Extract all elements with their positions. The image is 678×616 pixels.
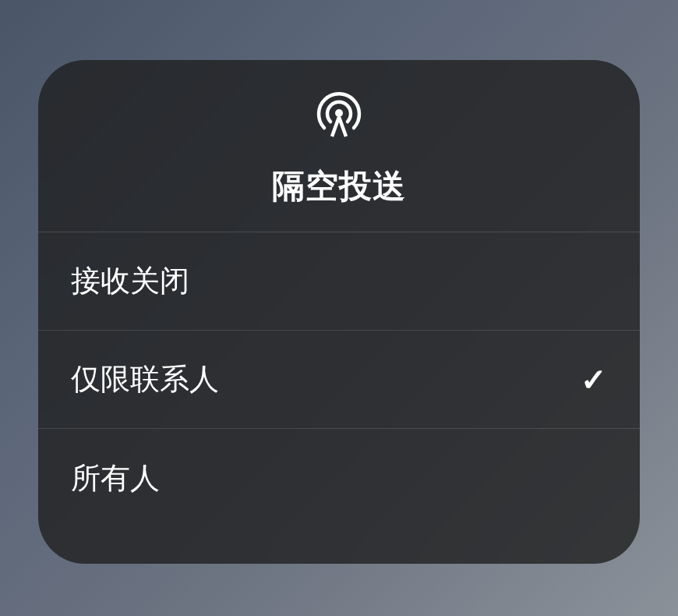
option-contacts-only[interactable]: 仅限联系人 ✓: [38, 331, 640, 429]
option-label: 所有人: [71, 458, 160, 498]
check-icon: ✓: [581, 362, 607, 398]
airdrop-panel: 隔空投送 接收关闭 ✓ 仅限联系人 ✓ 所有人 ✓: [38, 60, 640, 564]
airdrop-icon: [313, 90, 365, 143]
option-label: 接收关闭: [71, 261, 189, 301]
panel-header: 隔空投送: [38, 60, 640, 232]
svg-point-0: [335, 109, 343, 117]
panel-title: 隔空投送: [272, 165, 406, 208]
options-list: 接收关闭 ✓ 仅限联系人 ✓ 所有人 ✓: [38, 232, 640, 564]
option-everyone[interactable]: 所有人 ✓: [38, 429, 640, 527]
option-receiving-off[interactable]: 接收关闭 ✓: [38, 232, 640, 331]
option-label: 仅限联系人: [71, 359, 219, 399]
